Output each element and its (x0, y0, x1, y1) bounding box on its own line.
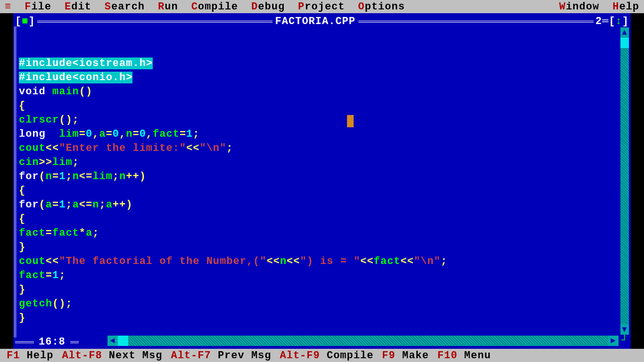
code-line[interactable]: fact=1; (19, 269, 619, 283)
code-line[interactable]: { (19, 184, 619, 198)
scrollbar-track[interactable] (620, 38, 629, 324)
editor-window: [■] FACTORIA.CPP 2═[↕] #include<iostream… (13, 13, 631, 349)
menu-dit[interactable]: Edit (65, 1, 91, 13)
code-line[interactable]: cout<<"The factorial of the Number,("<<n… (19, 255, 619, 269)
scroll-down-icon[interactable]: ▼ (620, 324, 629, 335)
horizontal-scrollbar[interactable]: ◄ ► (107, 336, 619, 346)
menu-bar: ≡ File Edit Search Run Compile Debug Pro… (0, 0, 644, 13)
scroll-left-icon[interactable]: ◄ (107, 336, 118, 346)
window-border-left (13, 26, 17, 337)
code-line[interactable]: for(a=1;a<=n;a++) (19, 198, 619, 212)
scrollbar-thumb[interactable] (620, 38, 629, 48)
menu-indow[interactable]: Window (559, 1, 599, 13)
window-title-bar: [■] FACTORIA.CPP 2═[↕] (13, 15, 631, 27)
menu-earch[interactable]: Search (105, 1, 145, 13)
vertical-scrollbar[interactable]: ▲ ▼ (620, 27, 629, 335)
code-line[interactable]: void main() (19, 85, 619, 99)
scrollbar-track[interactable] (118, 336, 608, 346)
resize-corner-icon[interactable]: ┘ (620, 336, 629, 346)
code-line[interactable]: } (19, 283, 619, 297)
code-line[interactable]: } (19, 240, 619, 255)
menu-ptions[interactable]: Options (358, 1, 405, 13)
code-line[interactable]: clrscr(); (19, 113, 619, 127)
menu-un[interactable]: Run (158, 1, 178, 13)
code-line[interactable]: #include<conio.h> (19, 71, 619, 85)
code-line[interactable]: cout<<"Enter the limite:"<<"\n"; (19, 141, 619, 156)
code-line[interactable]: { (19, 212, 619, 226)
menu-ebug[interactable]: Debug (251, 1, 285, 13)
scrollbar-thumb[interactable] (118, 336, 128, 346)
menu-roject[interactable]: Project (298, 1, 345, 13)
text-cursor (347, 115, 354, 127)
code-line[interactable]: fact=fact*a; (19, 226, 619, 240)
code-line[interactable]: cin>>lim; (19, 156, 619, 170)
menu-ile[interactable]: File (25, 1, 51, 13)
menu-ompile[interactable]: Compile (191, 1, 238, 13)
window-close-button[interactable]: [■] (13, 16, 37, 27)
cursor-position: 16:8 (34, 336, 70, 348)
scroll-right-icon[interactable]: ► (608, 336, 619, 346)
scroll-up-icon[interactable]: ▲ (620, 27, 629, 38)
code-line[interactable]: for(n=1;n<=lim;n++) (19, 170, 619, 184)
code-line[interactable]: long lim=0,a=0,n=0,fact=1; (19, 127, 619, 141)
menu-elp[interactable]: Help (612, 1, 639, 13)
window-zoom-button[interactable]: 2═[↕] (594, 16, 631, 27)
system-menu-icon[interactable]: ≡ (5, 1, 11, 13)
code-line[interactable]: #include<iostream.h> (19, 57, 619, 71)
code-line[interactable]: { (19, 99, 619, 113)
window-title: FACTORIA.CPP (272, 16, 358, 27)
code-line[interactable]: } (19, 311, 619, 325)
code-editor[interactable]: #include<iostream.h>#include<conio.h>voi… (19, 28, 619, 334)
code-line[interactable]: getch(); (19, 297, 619, 311)
